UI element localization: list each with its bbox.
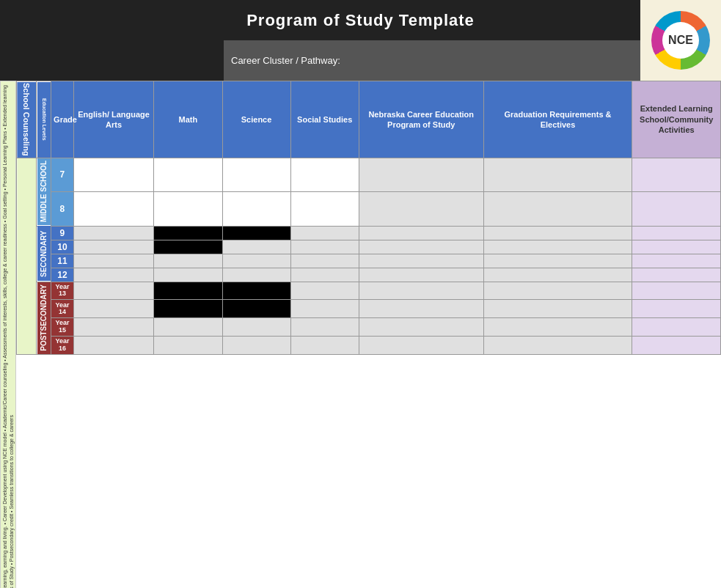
nce-8 <box>359 192 483 226</box>
math-10 <box>154 240 222 254</box>
social-8 <box>290 192 359 226</box>
nce-y16 <box>359 337 483 355</box>
math-y16 <box>154 337 222 355</box>
table-row-year13: POSTSECONDARY Year13 <box>17 282 721 300</box>
grade-8-cell: 8 <box>51 192 74 226</box>
grad-11 <box>483 254 632 268</box>
extended-10 <box>632 240 721 254</box>
grade-11-cell: 11 <box>51 254 74 268</box>
english-y16 <box>73 337 154 355</box>
nce-y14 <box>359 300 483 318</box>
english-7 <box>73 158 154 191</box>
header-grad: Graduation Requirements & Electives <box>483 81 632 158</box>
banner-title: Program of Study Template <box>0 11 721 30</box>
nce-9 <box>359 226 483 240</box>
sub-header-left <box>0 40 224 81</box>
header-edu-levels: Education Levels <box>37 81 51 158</box>
table-row-grade10: 10 <box>17 240 721 254</box>
left-vertical-label: Preparing all students for lifelong lear… <box>0 81 16 588</box>
math-12 <box>154 268 222 282</box>
math-9 <box>154 226 222 240</box>
english-12 <box>73 268 154 282</box>
nce-y13 <box>359 282 483 300</box>
social-10 <box>290 240 359 254</box>
nce-10 <box>359 240 483 254</box>
middle-school-level-cell: MIDDLE SCHOOL <box>37 158 51 226</box>
math-11 <box>154 254 222 268</box>
year-13-cell: Year13 <box>51 282 74 300</box>
grad-12 <box>483 268 632 282</box>
header-extended: Extended Learning School/Community Activ… <box>632 81 721 158</box>
social-y13 <box>290 282 359 300</box>
table-row-grade8: 8 <box>17 192 721 226</box>
nce-y15 <box>359 318 483 337</box>
table-row-grade9: SECONDARY 9 <box>17 226 721 240</box>
nce-11 <box>359 254 483 268</box>
english-10 <box>73 240 154 254</box>
main-content: Preparing all students for lifelong lear… <box>0 81 721 588</box>
science-11 <box>222 254 290 268</box>
english-y13 <box>73 282 154 300</box>
table-row-year14: Year14 <box>17 300 721 318</box>
nce-logo-text: NCE <box>662 22 699 59</box>
grad-9 <box>483 226 632 240</box>
grade-7-cell: 7 <box>51 158 74 191</box>
science-y13 <box>222 282 290 300</box>
extended-11 <box>632 254 721 268</box>
math-7 <box>154 158 222 191</box>
table-row-grade12: 12 <box>17 268 721 282</box>
extended-12 <box>632 268 721 282</box>
extended-8 <box>632 192 721 226</box>
extended-y16 <box>632 337 721 355</box>
extended-7 <box>632 158 721 191</box>
table-row-grade11: 11 <box>17 254 721 268</box>
page-wrapper: Program of Study Template NCE Career Clu… <box>0 0 721 588</box>
social-11 <box>290 254 359 268</box>
top-banner: Program of Study Template NCE <box>0 0 721 40</box>
science-y16 <box>222 337 290 355</box>
year-14-cell: Year14 <box>51 300 74 318</box>
table-row-grade7: MIDDLE SCHOOL 7 <box>17 158 721 191</box>
grade-9-cell: 9 <box>51 226 74 240</box>
grad-y13 <box>483 282 632 300</box>
social-y16 <box>290 337 359 355</box>
nce-12 <box>359 268 483 282</box>
header-grade: Grade <box>51 81 74 158</box>
nce-logo-area: NCE <box>640 0 721 81</box>
main-table-container: School Counseling Education Levels Grade… <box>16 81 721 588</box>
science-7 <box>222 158 290 191</box>
social-9 <box>290 226 359 240</box>
math-8 <box>154 192 222 226</box>
math-y13 <box>154 282 222 300</box>
header-row: School Counseling Education Levels Grade… <box>17 81 721 158</box>
social-y14 <box>290 300 359 318</box>
secondary-level-cell: SECONDARY <box>37 226 51 282</box>
table-row-year16: Year16 <box>17 337 721 355</box>
science-8 <box>222 192 290 226</box>
grad-y16 <box>483 337 632 355</box>
nce-7 <box>359 158 483 191</box>
sub-header: Career Cluster / Pathway: <box>0 40 721 81</box>
math-y15 <box>154 318 222 337</box>
header-science: Science <box>222 81 290 158</box>
grade-10-cell: 10 <box>51 240 74 254</box>
grad-7 <box>483 158 632 191</box>
grade-12-cell: 12 <box>51 268 74 282</box>
social-12 <box>290 268 359 282</box>
math-y14 <box>154 300 222 318</box>
english-9 <box>73 226 154 240</box>
english-y15 <box>73 318 154 337</box>
science-y14 <box>222 300 290 318</box>
science-9 <box>222 226 290 240</box>
grad-8 <box>483 192 632 226</box>
english-8 <box>73 192 154 226</box>
header-english: English/ Language Arts <box>73 81 154 158</box>
header-social-studies: Social Studies <box>290 81 359 158</box>
nce-logo-circle: NCE <box>651 11 710 70</box>
grad-10 <box>483 240 632 254</box>
grad-y14 <box>483 300 632 318</box>
postsecondary-level-cell: POSTSECONDARY <box>37 282 51 355</box>
science-12 <box>222 268 290 282</box>
header-math: Math <box>154 81 222 158</box>
school-counseling-label-cell <box>17 158 37 355</box>
